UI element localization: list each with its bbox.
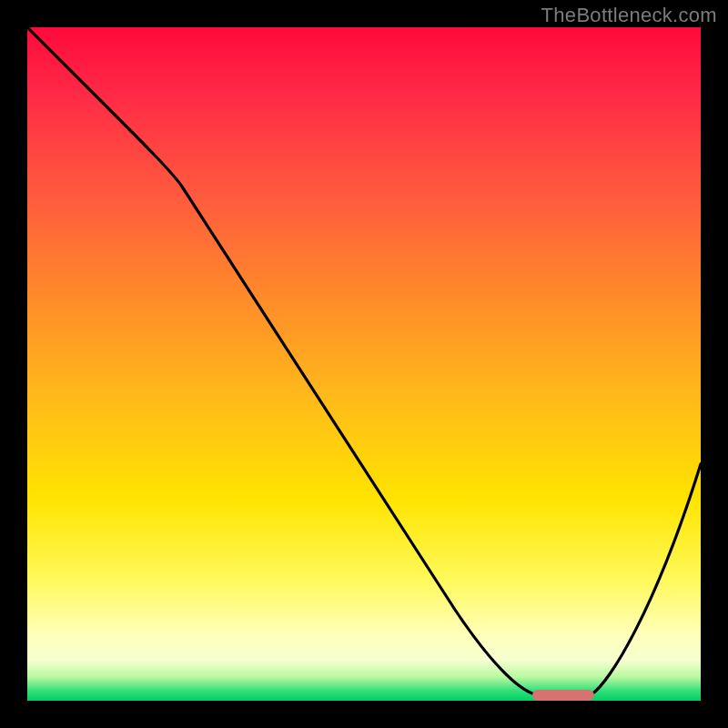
- chart-frame: TheBottleneck.com: [0, 0, 728, 728]
- chart-plot-area: [27, 27, 701, 701]
- watermark-text: TheBottleneck.com: [541, 4, 717, 27]
